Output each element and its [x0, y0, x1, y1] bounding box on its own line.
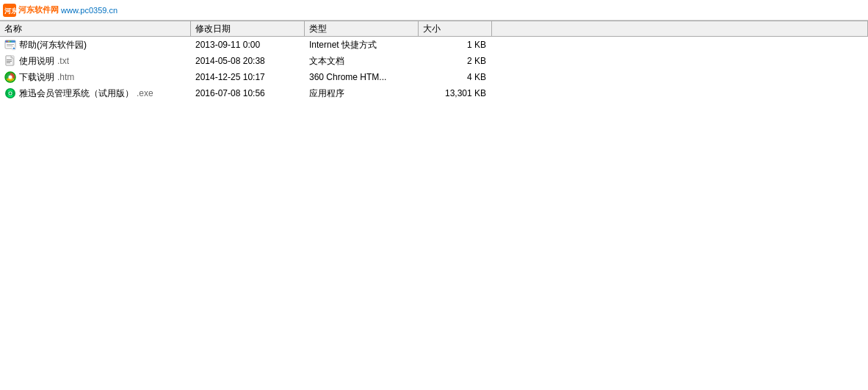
cell-extra-2 [492, 53, 868, 69]
cell-type-1: Internet 快捷方式 [305, 37, 419, 53]
watermark-area: 河东 河东软件网 www.pc0359.cn [0, 0, 868, 21]
file-size-2: 2 KB [467, 56, 486, 66]
file-type-2: 文本文档 [309, 55, 344, 68]
col-header-size[interactable]: 大小 [419, 21, 492, 36]
svg-rect-11 [7, 59, 12, 60]
file-explorer: 河东 河东软件网 www.pc0359.cn 名称 修改日期 类型 大小 [0, 0, 868, 390]
svg-rect-13 [7, 62, 10, 63]
file-date-4: 2016-07-08 10:56 [195, 88, 265, 98]
cell-size-3: 4 KB [419, 69, 492, 85]
table-row[interactable]: 使用说明 .txt 2014-05-08 20:38 文本文档 2 KB [0, 53, 868, 69]
col-type-label: 类型 [309, 23, 327, 35]
file-name-4-suffix: .exe [137, 88, 153, 98]
table-body: 帮助(河东软件园) 2013-09-11 0:00 Internet 快捷方式 … [0, 37, 868, 101]
col-header-date[interactable]: 修改日期 [191, 21, 305, 36]
site-logo-icon: 河东 [3, 4, 16, 17]
col-size-label: 大小 [423, 23, 441, 35]
table-header: 名称 修改日期 类型 大小 [0, 21, 868, 37]
file-date-3: 2014-12-25 10:17 [195, 72, 265, 82]
cell-extra-3 [492, 69, 868, 85]
internet-shortcut-icon [4, 39, 16, 51]
table-row[interactable]: 下载说明 .htm 2014-12-25 10:17 360 Chrome HT… [0, 69, 868, 85]
cell-size-2: 2 KB [419, 53, 492, 69]
svg-rect-8 [7, 46, 12, 46]
cell-date-3: 2014-12-25 10:17 [191, 69, 305, 85]
file-size-1: 1 KB [467, 40, 486, 50]
cell-size-1: 1 KB [419, 37, 492, 53]
file-name-2-suffix: .txt [57, 56, 69, 66]
file-name-3-suffix: .htm [57, 72, 74, 82]
svg-point-5 [8, 41, 10, 43]
app-exe-icon [4, 87, 16, 99]
text-doc-icon [4, 55, 16, 67]
col-header-type[interactable]: 类型 [305, 21, 419, 36]
file-date-2: 2014-05-08 20:38 [195, 56, 265, 66]
watermark-site-name: 河东软件网 [18, 4, 59, 15]
cell-type-3: 360 Chrome HTM... [305, 69, 419, 85]
cell-size-4: 13,301 KB [419, 85, 492, 101]
col-header-extra [492, 21, 868, 36]
cell-name-3: 下载说明 .htm [0, 69, 191, 85]
table-row[interactable]: 帮助(河东软件园) 2013-09-11 0:00 Internet 快捷方式 … [0, 37, 868, 53]
table-row[interactable]: 雅迅会员管理系统（试用版） .exe 2016-07-08 10:56 应用程序… [0, 85, 868, 101]
col-header-name[interactable]: 名称 [0, 21, 191, 36]
file-name-3: 下载说明 [19, 71, 54, 84]
svg-text:河东: 河东 [4, 7, 16, 15]
cell-date-4: 2016-07-08 10:56 [191, 85, 305, 101]
col-name-label: 名称 [4, 23, 22, 35]
svg-rect-7 [7, 44, 14, 45]
svg-point-6 [10, 41, 12, 43]
col-date-label: 修改日期 [195, 23, 231, 35]
file-date-1: 2013-09-11 0:00 [195, 40, 260, 50]
file-type-3: 360 Chrome HTM... [309, 72, 386, 82]
file-name-1: 帮助(河东软件园) [19, 39, 87, 51]
watermark-badge: 河东 河东软件网 www.pc0359.cn [3, 4, 117, 17]
file-size-3: 4 KB [467, 72, 486, 82]
cell-date-1: 2013-09-11 0:00 [191, 37, 305, 53]
svg-point-16 [9, 76, 12, 79]
watermark-url: www.pc0359.cn [61, 6, 117, 15]
file-type-1: Internet 快捷方式 [309, 39, 377, 51]
file-size-4: 13,301 KB [445, 88, 486, 98]
file-name-2: 使用说明 [19, 55, 54, 68]
cell-name-2: 使用说明 .txt [0, 53, 191, 69]
cell-name-1: 帮助(河东软件园) [0, 37, 191, 53]
cell-name-4: 雅迅会员管理系统（试用版） .exe [0, 85, 191, 101]
cell-extra-1 [492, 37, 868, 53]
file-type-4: 应用程序 [309, 87, 344, 100]
360chrome-icon [4, 71, 16, 83]
cell-date-2: 2014-05-08 20:38 [191, 53, 305, 69]
cell-type-2: 文本文档 [305, 53, 419, 69]
svg-rect-12 [7, 61, 12, 62]
cell-extra-4 [492, 85, 868, 101]
file-name-4: 雅迅会员管理系统（试用版） [19, 87, 134, 100]
cell-type-4: 应用程序 [305, 85, 419, 101]
svg-point-4 [7, 41, 8, 43]
